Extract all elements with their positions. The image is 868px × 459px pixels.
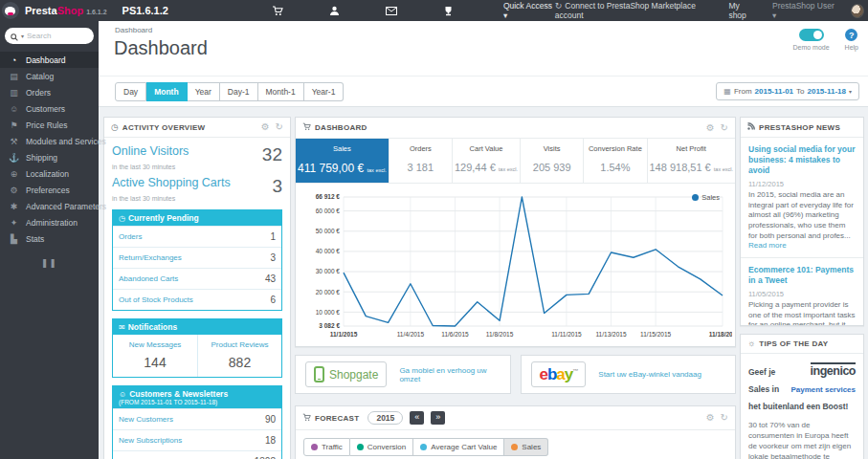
forecast-cart-icon xyxy=(302,413,311,424)
catalog-icon: ▤ xyxy=(9,72,19,81)
active-carts-link[interactable]: Active Shopping Carts xyxy=(112,176,231,189)
filter-year-1-button[interactable]: Year-1 xyxy=(304,82,345,101)
total-subscribers-row[interactable]: Total Subscribers1308 xyxy=(113,450,281,459)
filter-day-1-button[interactable]: Day-1 xyxy=(220,82,258,101)
messages-icon[interactable] xyxy=(386,7,397,15)
rss-icon xyxy=(747,122,755,132)
search-scope-caret-icon[interactable]: ▾ xyxy=(21,33,24,39)
shopgate-link[interactable]: Ga mobiel en verhoog uw omzet xyxy=(399,366,500,383)
help-label: Help xyxy=(845,44,858,51)
pending-out-of-stock-row[interactable]: Out of Stock Products6 xyxy=(113,289,281,310)
news-article-title[interactable]: Ecommerce 101: Payments in a Tweet xyxy=(748,265,856,286)
pending-orders-row[interactable]: Orders1 xyxy=(113,226,281,247)
forecast-refresh-icon[interactable]: ↻ xyxy=(721,413,728,423)
kpi-tab-orders[interactable]: Orders3 181 xyxy=(389,139,453,183)
avg-cart-value-dot-icon xyxy=(420,444,427,450)
dashboard-gear-icon[interactable]: ⚙ xyxy=(706,123,715,133)
trophy-icon[interactable] xyxy=(443,6,454,16)
svg-text:11/6/2015: 11/6/2015 xyxy=(441,331,469,338)
forecast-prev-button[interactable]: « xyxy=(410,411,424,425)
page-title: Dashboard xyxy=(99,34,868,59)
sidebar-item-preferences[interactable]: ⚙Preferences xyxy=(0,182,99,198)
prestashop-logo-icon xyxy=(2,2,19,19)
shop-name[interactable]: PS1.6.1.2 xyxy=(122,5,168,16)
activity-title: ACTIVITY OVERVIEW xyxy=(122,123,206,132)
sidebar-item-price-rules[interactable]: ⚑Price Rules xyxy=(0,117,99,133)
filter-month-button[interactable]: Month xyxy=(146,82,188,101)
ebay-letter-b: b xyxy=(547,365,556,383)
kpi-tab-net-profit[interactable]: Net Profit148 918,51 € tax excl. xyxy=(648,139,735,183)
sidebar-item-dashboard[interactable]: ◔Dashboard xyxy=(0,52,99,68)
sidebar-item-stats[interactable]: ▙Stats xyxy=(0,230,99,247)
sidebar: ▾ ◔Dashboard ▤Catalog ▥Orders ☺Customers… xyxy=(0,21,99,459)
customers-subtitle: (FROM 2015-11-01 TO 2015-11-18) xyxy=(119,399,276,405)
ebay-banner[interactable]: ebay™ Start uw eBay-winkel vandaag xyxy=(521,355,737,394)
customer-icon[interactable] xyxy=(329,6,340,16)
demo-mode-control: Demo mode xyxy=(792,29,829,51)
shopgate-banner[interactable]: Shopgate Ga mobiel en verhoog uw omzet xyxy=(295,355,511,394)
sidebar-collapse-button[interactable]: ❚❚ xyxy=(0,258,99,268)
news-article: Ecommerce 101: Payments in a Tweet 11/05… xyxy=(741,257,863,326)
activity-clock-icon: ◷ xyxy=(111,123,119,132)
online-visitors-link[interactable]: Online Visitors xyxy=(112,144,189,158)
date-filter-group: Day Month Year Day-1 Month-1 Year-1 xyxy=(115,82,344,101)
breadcrumb[interactable]: Dashboard xyxy=(99,21,868,34)
forecast-conversion-button[interactable]: Conversion xyxy=(350,438,413,456)
sales-legend-label: Sales xyxy=(701,193,720,202)
search-input[interactable] xyxy=(27,32,77,40)
active-carts-sub: in the last 30 minutes xyxy=(112,195,282,202)
new-subscriptions-row[interactable]: New Subscriptions18 xyxy=(113,429,281,450)
pending-returns-row[interactable]: Return/Exchanges3 xyxy=(113,247,281,268)
product-reviews-cell[interactable]: Product Reviews882 xyxy=(197,335,281,377)
sidebar-search[interactable]: ▾ xyxy=(5,28,94,44)
chart-legend[interactable]: Sales xyxy=(692,193,720,202)
svg-text:11/15/2015: 11/15/2015 xyxy=(640,331,671,338)
forecast-year[interactable]: 2015 xyxy=(367,411,403,425)
sidebar-item-advanced-parameters[interactable]: ✱Advanced Parameters xyxy=(0,198,99,214)
cart-icon[interactable] xyxy=(272,6,283,16)
forecast-avg-cart-value-button[interactable]: Average Cart Value xyxy=(413,438,504,456)
filter-year-button[interactable]: Year xyxy=(188,82,220,101)
sidebar-item-localization[interactable]: ⊕Localization xyxy=(0,165,99,182)
new-messages-cell[interactable]: New Messages144 xyxy=(113,335,197,377)
sidebar-item-administration[interactable]: ✦Administration xyxy=(0,214,99,230)
my-shop-link[interactable]: My shop xyxy=(728,1,757,20)
brand-shop: Shop xyxy=(57,5,84,16)
forecast-traffic-button[interactable]: Traffic xyxy=(303,438,350,456)
search-icon xyxy=(11,28,18,45)
kpi-tab-visits[interactable]: Visits205 939 xyxy=(521,139,584,183)
date-toolbar: Day Month Year Day-1 Month-1 Year-1 ▦ Fr… xyxy=(99,76,868,107)
sales-chart: 3 082 €10 000 €20 000 €30 000 €40 000 €5… xyxy=(296,184,735,344)
sidebar-item-modules[interactable]: ⚒Modules and Services xyxy=(0,133,99,149)
marketplace-link[interactable]: ↻Connect to PrestaShop Marketplace accou… xyxy=(555,1,714,20)
read-more-link[interactable]: Read more xyxy=(748,241,787,250)
ebay-link[interactable]: Start uw eBay-winkel vandaag xyxy=(598,370,701,379)
kpi-tab-sales[interactable]: Sales411 759,00 € tax excl. xyxy=(296,139,389,183)
kpi-tab-conversion-rate[interactable]: Conversion Rate1.54% xyxy=(584,139,647,183)
new-customers-row[interactable]: New Customers90 xyxy=(113,408,281,429)
sidebar-item-orders[interactable]: ▥Orders xyxy=(0,84,99,100)
kpi-tab-cart-value[interactable]: Cart Value129,44 € tax excl. xyxy=(453,139,521,183)
filter-month-1-button[interactable]: Month-1 xyxy=(258,82,304,101)
forecast-next-button[interactable]: » xyxy=(431,411,445,425)
user-menu[interactable]: PrestaShop User ▾ xyxy=(772,1,835,20)
news-article-title[interactable]: Using social media for your business: 4 … xyxy=(748,144,856,176)
user-avatar[interactable] xyxy=(851,4,864,18)
sidebar-item-customers[interactable]: ☺Customers xyxy=(0,100,99,117)
filter-day-button[interactable]: Day xyxy=(115,82,146,101)
ingenico-logo[interactable]: ingenico Payment services xyxy=(783,361,856,396)
forecast-legend: Traffic Conversion Average Cart Value Sa… xyxy=(303,438,735,456)
activity-gear-icon[interactable]: ⚙ xyxy=(261,122,270,132)
demo-mode-toggle[interactable] xyxy=(799,29,824,41)
pending-abandoned-carts-row[interactable]: Abandoned Carts43 xyxy=(113,268,281,289)
activity-refresh-icon[interactable]: ↻ xyxy=(276,122,283,132)
forecast-sales-button[interactable]: Sales xyxy=(504,438,548,456)
sidebar-item-shipping[interactable]: ⚓Shipping xyxy=(0,149,99,165)
forecast-gear-icon[interactable]: ⚙ xyxy=(706,413,715,423)
svg-text:66 912 €: 66 912 € xyxy=(316,193,341,200)
sidebar-item-catalog[interactable]: ▤Catalog xyxy=(0,68,99,84)
quick-access-menu[interactable]: Quick Access ▾ xyxy=(503,1,555,20)
dashboard-refresh-icon[interactable]: ↻ xyxy=(721,123,728,133)
help-icon[interactable]: ? xyxy=(845,29,857,41)
date-range-picker[interactable]: ▦ From 2015-11-01 To 2015-11-18 ▾ xyxy=(716,82,859,100)
